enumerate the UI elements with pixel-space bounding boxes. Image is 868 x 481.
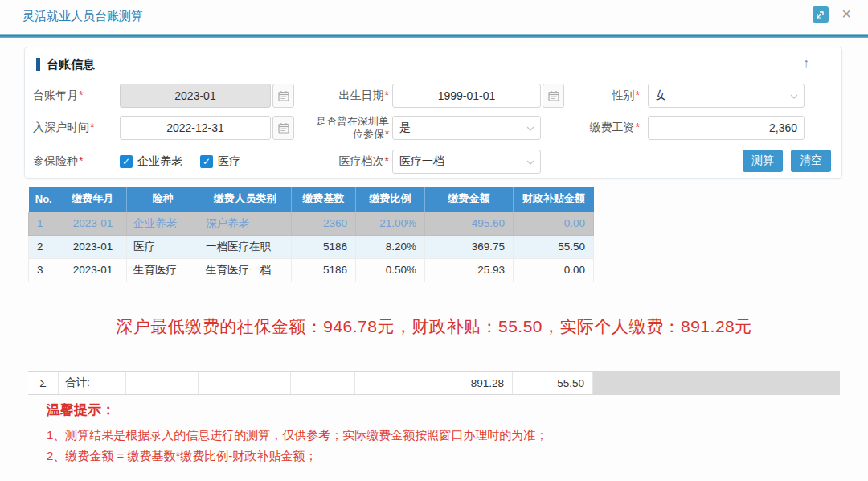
ledger-month-label: 台账年月* xyxy=(33,83,117,109)
contribution-salary-label: 缴费工资* xyxy=(559,115,640,141)
title-bar: 灵活就业人员台账测算 × xyxy=(0,0,868,34)
table-cell: 2023-01 xyxy=(59,235,127,258)
calendar-icon[interactable] xyxy=(272,116,294,140)
table-cell: 0.00 xyxy=(514,212,594,235)
table-cell: 一档医疗在职 xyxy=(199,235,292,258)
gender-select[interactable]: 女 xyxy=(648,84,805,108)
table-cell: 495.60 xyxy=(425,212,514,235)
table-cell: 2023-01 xyxy=(59,258,127,282)
medical-tier-select[interactable]: 医疗一档 xyxy=(392,150,541,174)
insurance-types-label: 参保险种* xyxy=(33,149,117,175)
gender-label: 性别* xyxy=(559,83,640,109)
chevron-down-icon xyxy=(790,93,798,100)
column-header: 财政补贴金额 xyxy=(514,187,594,212)
close-icon[interactable]: × xyxy=(837,4,855,23)
table-cell: 2360 xyxy=(292,212,356,235)
summary-filler xyxy=(593,372,840,394)
table-cell: 3 xyxy=(29,258,59,282)
table-cell: 21.00% xyxy=(356,212,425,235)
result-table: No.缴费年月险种缴费人员类别缴费基数缴费比例缴费金额财政补贴金额 12023-… xyxy=(28,187,594,282)
summary-row: Σ 合计: 891.28 55.50 xyxy=(28,371,840,395)
form-row: 参保险种* ✓企业养老✓医疗 医疗档次* 医疗一档 测算 清空 xyxy=(25,149,843,175)
table-cell: 企业养老 xyxy=(127,212,199,235)
insured-before-select-value: 是 xyxy=(399,121,411,135)
table-cell: 5186 xyxy=(292,235,356,258)
table-body: 12023-01企业养老深户养老236021.00%495.600.002202… xyxy=(29,212,594,282)
birth-date-label: 出生日期* xyxy=(309,83,389,109)
table-cell: 55.50 xyxy=(514,235,594,258)
insured-before-select[interactable]: 是 xyxy=(392,116,541,140)
result-message: 深户最低缴费的社保金额：946.78元，财政补贴：55.50，实际个人缴费：89… xyxy=(28,315,840,338)
checkbox-option[interactable]: ✓企业养老 xyxy=(120,154,182,169)
column-header: 缴费金额 xyxy=(425,187,514,212)
column-header: 缴费基数 xyxy=(292,187,356,212)
column-header: 险种 xyxy=(127,187,199,212)
form-row: 入深户时间* 2022-12-31 是否曾在深圳单位参保* 是 缴费工资* 2,… xyxy=(25,115,843,141)
section-marker xyxy=(36,58,40,71)
table-cell: 369.75 xyxy=(425,235,514,258)
checkbox-label: 企业养老 xyxy=(137,154,182,169)
tips-section: 温馨提示： 1、测算结果是根据录入的信息进行的测算，仅供参考；实际缴费金额按照窗… xyxy=(47,401,547,467)
column-header: 缴费人员类别 xyxy=(199,187,292,212)
hukou-entry-date-label: 入深户时间* xyxy=(33,115,117,141)
sigma-symbol: Σ xyxy=(28,372,59,394)
header-divider xyxy=(0,34,868,38)
medical-tier-label: 医疗档次* xyxy=(309,149,389,175)
table-cell: 生育医疗 xyxy=(127,258,199,282)
table-cell: 0.00 xyxy=(514,258,594,282)
gender-select-value: 女 xyxy=(655,88,666,103)
clear-button[interactable]: 清空 xyxy=(791,150,831,172)
ledger-month-input[interactable]: 2023-01 xyxy=(120,84,271,108)
tips-title: 温馨提示： xyxy=(47,401,547,419)
table-cell: 8.20% xyxy=(356,235,425,258)
table-cell: 2023-01 xyxy=(59,212,127,235)
birth-date-input[interactable]: 1999-01-01 xyxy=(392,84,541,108)
table-row[interactable]: 22023-01医疗一档医疗在职51868.20%369.7555.50 xyxy=(29,235,594,258)
summary-cell-empty xyxy=(355,372,424,394)
checkbox-option[interactable]: ✓医疗 xyxy=(200,154,240,169)
column-header: 缴费年月 xyxy=(59,187,127,212)
summary-cell-empty xyxy=(199,372,291,394)
tip-item: 1、测算结果是根据录入的信息进行的测算，仅供参考；实际缴费金额按照窗口办理时的为… xyxy=(47,425,547,446)
checkbox-icon[interactable]: ✓ xyxy=(120,155,133,168)
chevron-down-icon xyxy=(526,159,534,166)
contribution-salary-input[interactable]: 2,360 xyxy=(648,116,805,140)
table-cell: 医疗 xyxy=(127,235,199,258)
medical-tier-select-value: 医疗一档 xyxy=(399,154,444,169)
hukou-entry-date-input[interactable]: 2022-12-31 xyxy=(120,116,271,140)
table-head-row: No.缴费年月险种缴费人员类别缴费基数缴费比例缴费金额财政补贴金额 xyxy=(29,187,594,212)
calendar-icon[interactable] xyxy=(272,84,294,108)
summary-cell-empty xyxy=(291,372,355,394)
tip-item: 2、缴费金额 = 缴费基数*缴费比例-财政补贴金额； xyxy=(47,446,547,467)
table-cell: 25.93 xyxy=(425,258,514,282)
insured-before-label: 是否曾在深圳单位参保* xyxy=(309,115,389,141)
summary-label: 合计: xyxy=(59,372,126,394)
table-cell: 深户养老 xyxy=(199,212,292,235)
chevron-down-icon xyxy=(526,125,534,132)
column-header: No. xyxy=(29,187,59,212)
insurance-type-group: ✓企业养老✓医疗 xyxy=(120,149,240,175)
ledger-info-panel: 台账信息 ↑ 台账年月* 2023-01 出生日期* 1999-01-01 性别… xyxy=(24,47,842,179)
panel-header: 台账信息 xyxy=(36,57,95,72)
panel-title: 台账信息 xyxy=(47,57,95,72)
table-row[interactable]: 12023-01企业养老深户养老236021.00%495.600.00 xyxy=(29,212,594,235)
column-header: 缴费比例 xyxy=(356,187,425,212)
summary-subsidy-total: 55.50 xyxy=(513,372,593,394)
form-row: 台账年月* 2023-01 出生日期* 1999-01-01 性别* 女 xyxy=(25,83,843,109)
page-title: 灵活就业人员台账测算 xyxy=(23,9,143,24)
checkbox-icon[interactable]: ✓ xyxy=(200,155,213,168)
summary-cell-empty xyxy=(126,372,199,394)
table-cell: 2 xyxy=(29,235,59,258)
table-row[interactable]: 32023-01生育医疗生育医疗一档51860.50%25.930.00 xyxy=(29,258,594,282)
table-cell: 生育医疗一档 xyxy=(199,258,292,282)
table-cell: 0.50% xyxy=(356,258,425,282)
collapse-arrow-icon[interactable]: ↑ xyxy=(804,56,810,69)
checkbox-label: 医疗 xyxy=(218,154,240,169)
calculate-button[interactable]: 测算 xyxy=(743,150,783,172)
table-cell: 1 xyxy=(29,212,59,235)
table-cell: 5186 xyxy=(292,258,356,282)
summary-contribution-total: 891.28 xyxy=(424,372,513,394)
expand-icon[interactable] xyxy=(813,6,829,23)
